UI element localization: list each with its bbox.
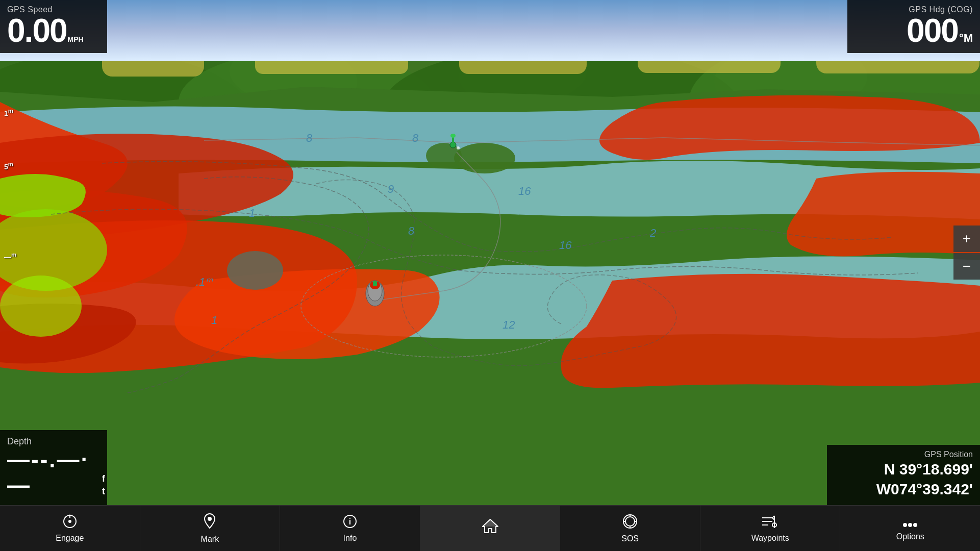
nav-mark[interactable]: Mark xyxy=(140,506,281,551)
boat-icon xyxy=(366,281,384,306)
depth-num-12: 12 xyxy=(502,318,515,331)
waypoints-icon xyxy=(761,514,780,532)
depth-num-8a: 8 xyxy=(306,132,313,144)
gps-position-label: GPS Position xyxy=(834,450,973,459)
nav-engage[interactable]: Engage xyxy=(0,506,140,551)
scale-5m: 5m xyxy=(4,161,13,171)
engage-icon xyxy=(62,514,78,532)
depth-value: —--.—·— xyxy=(7,447,100,498)
gps-position-widget: GPS Position N 39°18.699' W074°39.342' xyxy=(827,445,980,505)
depth-label: Depth xyxy=(7,436,100,447)
gps-heading-widget: GPS Hdg (COG) 000 °M xyxy=(847,0,980,53)
nav-waypoints-label: Waypoints xyxy=(751,534,789,543)
app: 1 1 8 8 8 9 16 16 12 2 .1ᵐ xyxy=(0,0,980,551)
svg-point-33 xyxy=(208,517,212,521)
home-icon xyxy=(482,518,499,536)
nav-info[interactable]: i Info xyxy=(280,506,420,551)
zoom-in-button[interactable]: + xyxy=(953,226,980,252)
svg-point-18 xyxy=(426,143,462,168)
svg-marker-37 xyxy=(483,519,498,527)
svg-point-51 xyxy=(903,523,907,527)
depth-num-2: 2 xyxy=(649,227,656,239)
depth-unit-f: f xyxy=(102,472,105,485)
sos-icon xyxy=(622,513,638,532)
svg-point-30 xyxy=(68,520,71,523)
zoom-controls: + − xyxy=(953,226,980,280)
gps-heading-value: 000 xyxy=(907,14,958,47)
depth-num-1a: 1 xyxy=(249,207,255,219)
gps-speed-unit: MPH xyxy=(68,36,84,43)
svg-point-16 xyxy=(0,276,82,337)
depth-num-16a: 16 xyxy=(518,185,531,197)
gps-position-lon: W074°39.342' xyxy=(834,479,973,499)
mark-icon xyxy=(202,513,217,533)
depth-num-8b: 8 xyxy=(412,132,419,144)
scale-m: —m xyxy=(4,251,16,261)
depth-num-16b: 16 xyxy=(559,239,572,252)
nav-home[interactable] xyxy=(420,506,561,551)
zoom-out-button[interactable]: − xyxy=(953,253,980,280)
svg-point-19 xyxy=(227,251,283,290)
gps-position-lat: N 39°18.699' xyxy=(834,459,973,479)
nav-mark-label: Mark xyxy=(201,535,219,544)
nav-sos-label: SOS xyxy=(621,534,639,543)
depth-num-01: .1ᵐ xyxy=(196,276,213,288)
svg-text:i: i xyxy=(349,517,351,526)
svg-point-53 xyxy=(913,523,917,527)
nav-options[interactable]: Options xyxy=(840,506,980,551)
svg-point-28 xyxy=(457,146,460,149)
scale-1m: 1m xyxy=(4,107,13,117)
svg-point-52 xyxy=(908,523,912,527)
info-icon: i xyxy=(342,514,358,532)
nav-sos[interactable]: SOS xyxy=(560,506,700,551)
svg-point-39 xyxy=(625,517,635,526)
nav-engage-label: Engage xyxy=(56,534,84,543)
gps-speed-widget: GPS Speed 0.00 MPH xyxy=(0,0,107,53)
nav-bar: Engage Mark i Info xyxy=(0,505,980,551)
map-area[interactable]: 1 1 8 8 8 9 16 16 12 2 .1ᵐ xyxy=(0,0,980,505)
svg-rect-24 xyxy=(373,281,377,286)
map-svg: 1 1 8 8 8 9 16 16 12 2 .1ᵐ xyxy=(0,0,980,505)
depth-num-8c: 8 xyxy=(408,224,415,237)
sky xyxy=(0,0,980,61)
nav-waypoints[interactable]: Waypoints xyxy=(700,506,841,551)
depth-widget: Depth —--.—·— f t xyxy=(0,430,107,505)
depth-num-9: 9 xyxy=(388,183,394,195)
gps-heading-unit: °M xyxy=(959,33,973,44)
nav-info-label: Info xyxy=(343,534,357,543)
gps-speed-value: 0.00 xyxy=(7,14,67,47)
options-icon xyxy=(902,516,918,530)
svg-point-27 xyxy=(450,134,456,138)
nav-options-label: Options xyxy=(896,532,924,541)
depth-num-1b: 1 xyxy=(211,314,217,327)
depth-unit-t: t xyxy=(102,485,105,498)
svg-point-17 xyxy=(454,143,515,173)
